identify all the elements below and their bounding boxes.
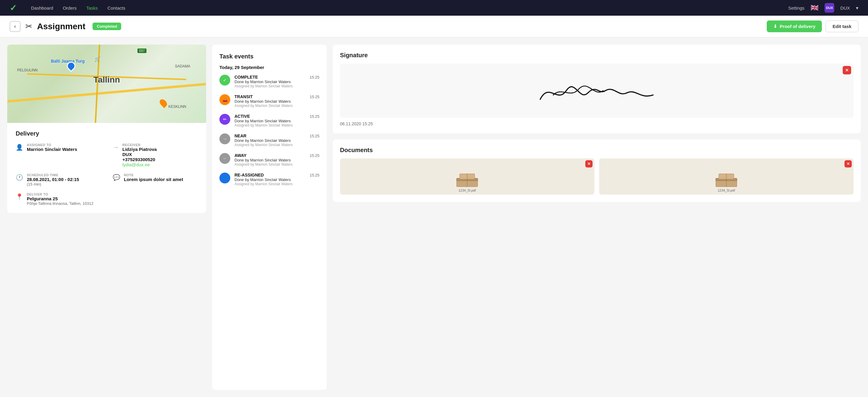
- signature-date: 06.11.2020 15:25: [340, 121, 854, 126]
- events-date: Today, 29 September: [219, 65, 319, 70]
- scheduled-sub: (15 min): [27, 182, 79, 187]
- task-event-item: 👤 RE-ASSIGNED 15:25 Done by Marrion Sinc…: [219, 173, 319, 186]
- logo: ✓: [10, 3, 17, 13]
- navbar-right: Settings 🇬🇧 DUX DUX ▾: [788, 3, 858, 13]
- assignment-icon: ✂: [25, 22, 32, 31]
- delivery-grid: 👤 ASSIGNED TO Marrion Sinclair Waters → …: [16, 143, 198, 206]
- document-label: 1234_5l.pdf: [458, 187, 476, 195]
- proof-of-delivery-button[interactable]: ⬇ Proof of delivery: [767, 21, 822, 32]
- event-time: 15:25: [310, 134, 319, 138]
- event-assigned-by: Assigned by Marrion Sinclair Waters: [235, 123, 319, 127]
- signature-svg: [391, 69, 802, 112]
- nav-contacts[interactable]: Contacts: [107, 5, 125, 10]
- nav-orders[interactable]: Orders: [63, 5, 76, 10]
- event-assigned-by: Assigned by Marrion Sinclair Waters: [235, 84, 319, 88]
- person-icon: 👤: [16, 144, 23, 151]
- events-list: ✓ COMPLETE 15:25 Done by Marrion Sinclai…: [219, 75, 319, 186]
- user-dropdown-icon[interactable]: ▾: [856, 5, 858, 11]
- road-h1: [7, 83, 206, 102]
- user-name[interactable]: DUX: [840, 5, 850, 10]
- main-content: E67 Balti Jaama Turg PELGULINN SADAMA Ta…: [0, 37, 868, 397]
- receiver-company: DUX: [122, 152, 157, 157]
- event-name: NEAR: [235, 133, 247, 138]
- clock-icon: 🕐: [16, 174, 23, 181]
- scheduled-field: 🕐 SCHEDULED TIME 28.08.2021, 01:00 - 02:…: [16, 173, 101, 187]
- settings-link[interactable]: Settings: [788, 5, 804, 10]
- task-event-item: ✓ COMPLETE 15:25 Done by Marrion Sinclai…: [219, 75, 319, 88]
- event-time: 15:25: [310, 153, 319, 158]
- event-assigned-by: Assigned by Marrion Sinclair Waters: [235, 143, 319, 147]
- header-actions: ⬇ Proof of delivery Edit task: [767, 21, 858, 32]
- event-assigned-by: Assigned by Marrion Sinclair Waters: [235, 104, 319, 108]
- event-body: ACTIVE 15:25 Done by Marrion Sinclair Wa…: [235, 114, 319, 127]
- scheduled-value: 28.08.2021, 01:00 - 02:15: [27, 177, 79, 182]
- event-done-by: Done by Marrion Sinclair Waters: [235, 119, 319, 123]
- doc-close-button[interactable]: ✕: [585, 160, 592, 167]
- event-time: 15:25: [310, 173, 319, 177]
- event-icon-complete: ✓: [219, 75, 230, 86]
- signature-close-button[interactable]: ✕: [843, 66, 851, 74]
- events-title: Task events: [219, 53, 319, 60]
- task-event-item: ← AWAY 15:25 Done by Marrion Sinclair Wa…: [219, 153, 319, 167]
- nav-tasks[interactable]: Tasks: [86, 5, 98, 10]
- event-icon-active: ✏: [219, 114, 230, 125]
- map-container: E67 Balti Jaama Turg PELGULINN SADAMA Ta…: [7, 44, 206, 123]
- documents-title: Documents: [340, 147, 854, 154]
- event-time: 15:25: [310, 75, 319, 79]
- assigned-to-field: 👤 ASSIGNED TO Marrion Sinclair Waters: [16, 143, 101, 167]
- event-time: 15:25: [310, 114, 319, 119]
- event-name: COMPLETE: [235, 75, 258, 79]
- map-label-right: SADAMA: [175, 64, 190, 68]
- event-time: 15:25: [310, 95, 319, 99]
- map-pin-orange: [158, 98, 168, 108]
- event-assigned-by: Assigned by Marrion Sinclair Waters: [235, 162, 319, 167]
- signature-title: Signature: [340, 52, 854, 59]
- status-badge: Completed: [93, 23, 121, 30]
- assigned-to-value: Marrion Sinclair Waters: [27, 147, 77, 152]
- document-item: ✕ 1234_5l.pdf: [340, 159, 594, 195]
- delivery-card: Delivery 👤 ASSIGNED TO Marrion Sinclair …: [7, 123, 206, 213]
- edit-task-button[interactable]: Edit task: [826, 21, 858, 32]
- deliver-to-label: DELIVER TO: [27, 193, 93, 196]
- receiver-name: Lidziya Piatrova: [122, 147, 157, 152]
- document-thumbnail: [714, 172, 738, 187]
- doc-close-button[interactable]: ✕: [844, 160, 852, 167]
- scheduled-label: SCHEDULED TIME: [27, 173, 79, 177]
- navbar: ✓ Dashboard Orders Tasks Contacts Settin…: [0, 0, 868, 16]
- deliver-to-field: 📍 DELIVER TO Pelguranna 25 Põhja-Tallinn…: [16, 193, 101, 206]
- map-shopping-icon: 🛒: [95, 56, 101, 62]
- language-flag[interactable]: 🇬🇧: [810, 4, 818, 12]
- location-icon: 📍: [16, 193, 23, 200]
- back-button[interactable]: ‹: [10, 21, 21, 32]
- document-item: ✕ 1234_5l.pdf: [599, 159, 854, 195]
- event-name: ACTIVE: [235, 114, 250, 119]
- header-bar: ‹ ✂ Assignment Completed ⬇ Proof of deli…: [0, 16, 868, 37]
- event-name: TRANSIT: [235, 94, 253, 99]
- event-assigned-by: Assigned by Marrion Sinclair Waters: [235, 182, 319, 186]
- event-name: RE-ASSIGNED: [235, 173, 264, 177]
- map-e67-sign: E67: [137, 48, 147, 53]
- signature-card: Signature ✕ 06.11.2020 15:25: [333, 44, 861, 133]
- download-icon: ⬇: [773, 24, 777, 29]
- receiver-email[interactable]: lydia@dux.ee: [122, 162, 157, 167]
- page-title: Assignment: [37, 22, 85, 31]
- assigned-to-label: ASSIGNED TO: [27, 143, 77, 147]
- map-label-bottom: KESKLINN: [168, 104, 186, 109]
- map-label-left: PELGULINN: [17, 68, 38, 72]
- event-done-by: Done by Marrion Sinclair Waters: [235, 138, 319, 143]
- receiver-phone: +375293300520: [122, 157, 157, 162]
- event-name: AWAY: [235, 153, 247, 158]
- nav-dashboard[interactable]: Dashboard: [31, 5, 53, 10]
- note-icon: 💬: [113, 174, 120, 181]
- documents-grid: ✕ 1234_5l.pdf ✕ 1234_5l.pdf: [340, 159, 854, 195]
- document-label: 1234_5l.pdf: [718, 187, 735, 195]
- deliver-to-sub: Põhja-Tallinna linnaosa, Tallinn, 10312: [27, 201, 93, 206]
- signature-box: ✕: [340, 64, 854, 118]
- deliver-to-value: Pelguranna 25: [27, 196, 93, 201]
- event-done-by: Done by Marrion Sinclair Waters: [235, 158, 319, 162]
- event-body: COMPLETE 15:25 Done by Marrion Sinclair …: [235, 75, 319, 88]
- event-icon-away: ←: [219, 153, 230, 164]
- event-body: RE-ASSIGNED 15:25 Done by Marrion Sincla…: [235, 173, 319, 186]
- event-done-by: Done by Marrion Sinclair Waters: [235, 177, 319, 182]
- right-column: Signature ✕ 06.11.2020 15:25 Documents ✕: [333, 44, 861, 390]
